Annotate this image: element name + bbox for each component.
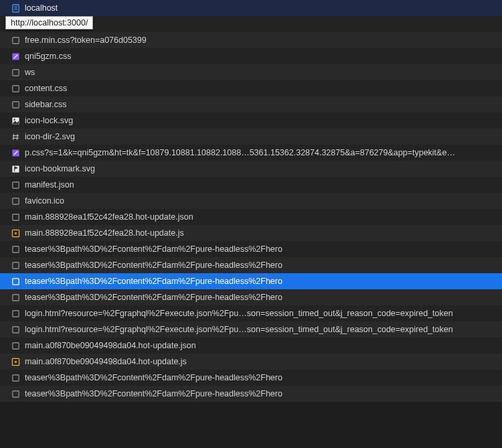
list-item-label: free.min.css?token=a076d05399	[25, 35, 147, 45]
generic-file-icon	[11, 277, 20, 286]
generic-file-icon	[11, 244, 20, 254]
list-item[interactable]: teaser%3Bpath%3D%2Fcontent%2Fdam%2Fpure-…	[0, 386, 502, 402]
list-item[interactable]: main.888928ea1f52c42fea28.hot-update.jso…	[0, 209, 502, 225]
document-icon	[11, 3, 20, 13]
hash-icon	[11, 132, 20, 141]
js-file-icon	[11, 19, 20, 29]
svg-point-12	[13, 119, 15, 120]
list-item-label: localhost	[25, 3, 58, 13]
generic-file-icon	[11, 196, 20, 206]
generic-file-icon	[11, 293, 20, 302]
list-item-label: main.888928ea1f52c42fea28.hot-update.js	[25, 228, 184, 238]
svg-rect-21	[12, 262, 18, 268]
svg-rect-17	[12, 214, 18, 220]
list-item[interactable]: teaser%3Bpath%3D%2Fcontent%2Fdam%2Fpure-…	[0, 257, 502, 273]
svg-point-5	[15, 23, 17, 25]
svg-rect-16	[12, 198, 18, 204]
generic-file-icon	[11, 389, 20, 398]
css-file-icon	[11, 148, 20, 157]
generic-file-icon	[11, 260, 20, 270]
svg-rect-6	[12, 37, 18, 43]
svg-rect-22	[12, 278, 18, 284]
svg-point-28	[15, 361, 17, 363]
list-item-label: icon-dir-2.svg	[25, 132, 75, 141]
list-item-label: qni5gzm.css	[25, 52, 71, 61]
list-item[interactable]: teaser%3Bpath%3D%2Fcontent%2Fdam%2Fpure-…	[0, 370, 502, 386]
svg-rect-8	[12, 69, 18, 75]
list-item-label: main.888928ea1f52c42fea28.hot-update.jso…	[25, 212, 193, 222]
list-item[interactable]: manifest.json	[0, 177, 502, 193]
svg-point-19	[15, 232, 17, 234]
css-file-icon	[11, 84, 20, 93]
list-item-label: teaser%3Bpath%3D%2Fcontent%2Fdam%2Fpure-…	[25, 260, 282, 270]
list-item-label: login.html?resource=%2Fgraphql%2Fexecute…	[25, 325, 453, 334]
list-item[interactable]: teaser%3Bpath%3D%2Fcontent%2Fdam%2Fpure-…	[0, 289, 502, 305]
list-item[interactable]: login.html?resource=%2Fgraphql%2Fexecute…	[0, 305, 502, 321]
generic-file-icon	[11, 341, 20, 350]
list-item-label: main.a0f870be09049498da04.hot-update.js	[25, 357, 187, 366]
list-item-label: teaser%3Bpath%3D%2Fcontent%2Fdam%2Fpure-…	[25, 244, 282, 254]
generic-file-icon	[11, 68, 20, 77]
list-item[interactable]: icon-dir-2.svg	[0, 129, 502, 145]
css-file-icon	[11, 52, 20, 61]
svg-rect-26	[12, 342, 18, 348]
css-file-icon	[11, 100, 20, 109]
list-item[interactable]: free.min.css?token=a076d05399	[0, 32, 502, 48]
js-file-icon	[11, 357, 20, 366]
list-item-label: teaser%3Bpath%3D%2Fcontent%2Fdam%2Fpure-…	[25, 277, 282, 286]
svg-rect-9	[12, 85, 18, 91]
list-item-label: content.css	[25, 84, 67, 93]
list-item[interactable]: main.a0f870be09049498da04.hot-update.jso…	[0, 338, 502, 354]
list-item-label: ws	[25, 68, 35, 77]
svg-rect-20	[12, 246, 18, 252]
svg-image-icon	[11, 116, 20, 125]
list-item-label: p.css?s=1&k=qni5gzm&ht=tk&f=10879.10881.…	[25, 148, 455, 157]
list-item-label: login.html?resource=%2Fgraphql%2Fexecute…	[25, 309, 453, 318]
list-item[interactable]: icon-bookmark.svg	[0, 161, 502, 177]
svg-image-icon	[11, 164, 20, 173]
svg-rect-30	[12, 390, 18, 396]
css-file-icon	[11, 35, 20, 45]
list-item-label: teaser%3Bpath%3D%2Fcontent%2Fdam%2Fpure-…	[25, 293, 282, 302]
generic-file-icon	[11, 325, 20, 334]
list-item-label: icon-lock.svg	[25, 116, 73, 125]
generic-file-icon	[11, 212, 20, 222]
list-item[interactable]: qni5gzm.css	[0, 48, 502, 64]
list-item[interactable]: teaser%3Bpath%3D%2Fcontent%2Fdam%2Fpure-…	[0, 241, 502, 257]
generic-file-icon	[11, 180, 20, 190]
list-item[interactable]: teaser%3Bpath%3D%2Fcontent%2Fdam%2Fpure-…	[0, 273, 502, 289]
list-item[interactable]: content.css	[0, 80, 502, 96]
svg-rect-24	[12, 310, 18, 316]
list-item[interactable]: p.css?s=1&k=qni5gzm&ht=tk&f=10879.10881.…	[0, 145, 502, 161]
svg-rect-10	[12, 101, 18, 107]
list-item-label: bundle.js	[25, 19, 58, 29]
svg-rect-14	[12, 165, 19, 172]
list-item[interactable]: sidebar.css	[0, 96, 502, 113]
list-item[interactable]: ws	[0, 64, 502, 80]
list-item[interactable]: main.a0f870be09049498da04.hot-update.js	[0, 354, 502, 370]
list-item-label: sidebar.css	[25, 100, 67, 109]
list-item[interactable]: favicon.ico	[0, 193, 502, 209]
generic-file-icon	[11, 309, 20, 318]
list-item[interactable]: icon-lock.svg	[0, 113, 502, 129]
list-item-label: icon-bookmark.svg	[25, 164, 95, 173]
network-request-list[interactable]: localhostbundle.jsfree.min.css?token=a07…	[0, 0, 502, 448]
list-header-row[interactable]: localhost	[0, 0, 502, 16]
list-item-label: teaser%3Bpath%3D%2Fcontent%2Fdam%2Fpure-…	[25, 373, 282, 382]
list-item[interactable]: bundle.js	[0, 16, 502, 32]
svg-rect-29	[12, 374, 18, 380]
js-file-icon	[11, 228, 20, 238]
list-item-label: favicon.ico	[25, 196, 64, 206]
list-item-label: teaser%3Bpath%3D%2Fcontent%2Fdam%2Fpure-…	[25, 389, 282, 398]
list-item-label: main.a0f870be09049498da04.hot-update.jso…	[25, 341, 196, 350]
list-item[interactable]: login.html?resource=%2Fgraphql%2Fexecute…	[0, 321, 502, 338]
svg-rect-15	[12, 181, 18, 188]
svg-rect-23	[12, 294, 18, 300]
list-item-label: manifest.json	[25, 180, 74, 190]
generic-file-icon	[11, 373, 20, 382]
list-item[interactable]: main.888928ea1f52c42fea28.hot-update.js	[0, 225, 502, 241]
svg-rect-25	[12, 326, 18, 332]
